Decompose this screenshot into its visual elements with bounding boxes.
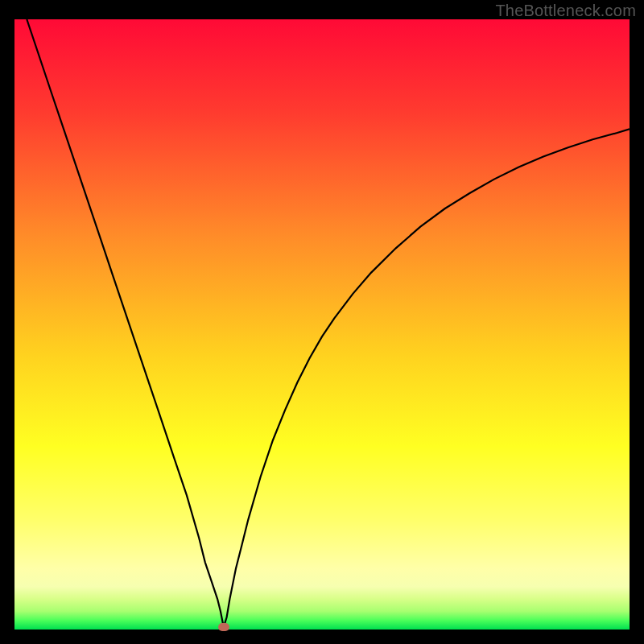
chart-frame <box>14 19 630 630</box>
watermark-text: TheBottleneck.com <box>495 2 636 20</box>
bottleneck-chart <box>14 19 630 630</box>
gradient-background <box>14 19 630 630</box>
minimum-marker <box>218 623 229 631</box>
